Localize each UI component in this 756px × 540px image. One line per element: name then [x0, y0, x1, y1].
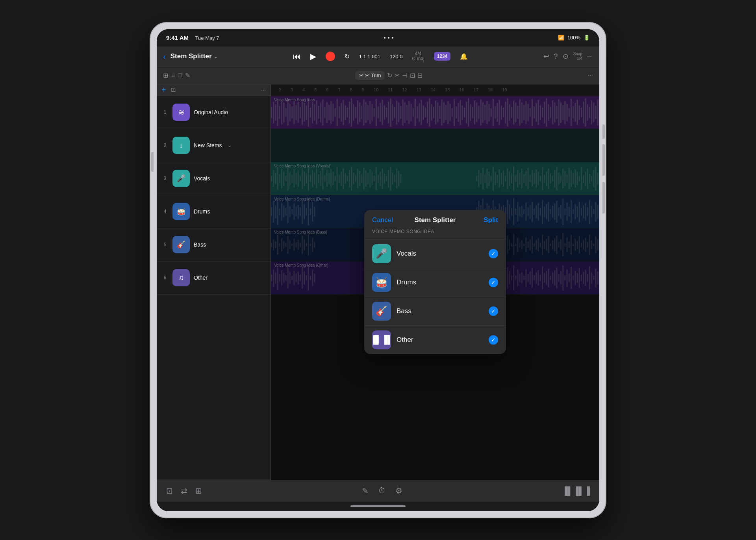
- mixer-button[interactable]: ⚙: [395, 486, 402, 495]
- edit-icon[interactable]: ✎: [185, 72, 190, 79]
- split-button[interactable]: Split: [484, 216, 498, 224]
- stem-label-bass: Bass: [397, 307, 483, 315]
- track-icon-other: ♫: [172, 269, 190, 286]
- transport-controls: ⏮ ▶ ↻ 1 1 1 001 120.0 4/4 C maj 1234 🔔: [222, 51, 539, 61]
- trim-label: ✂ Trim: [365, 72, 381, 78]
- track-number-5: 5: [161, 242, 169, 247]
- track-number-6: 6: [161, 275, 169, 280]
- cut-tool-icon[interactable]: ✂: [395, 72, 400, 79]
- track-row-drums: 4 🥁 Drums: [157, 195, 271, 228]
- nav-title: Stem Splitter ⌄: [170, 52, 218, 60]
- toolbar-center: ✂ ✂ Trim ↻ ✂ ⊣ ⊡ ⊟: [193, 71, 585, 80]
- main-content: + ⊡ ··· 1 ≋ Original Audio 2 ↓: [157, 84, 599, 480]
- track-number-3: 3: [161, 176, 169, 181]
- dot3: [392, 37, 393, 39]
- cancel-button[interactable]: Cancel: [372, 216, 393, 224]
- status-time: 9:41 AM Tue May 7: [166, 34, 219, 41]
- undo-button[interactable]: ↩: [543, 52, 549, 61]
- track-name-drums: Drums: [194, 208, 210, 215]
- loop-browser-button[interactable]: ⇄: [181, 486, 187, 495]
- track-header: + ⊡ ···: [157, 84, 271, 96]
- track-name-vocals: Vocals: [194, 175, 210, 182]
- loop-tool-icon[interactable]: ↻: [387, 72, 392, 79]
- side-button-right-mid: [602, 144, 605, 176]
- modal-overlay: Cancel Stem Splitter Split VOICE MEMO SO…: [271, 84, 599, 480]
- status-center-dots: [384, 37, 393, 39]
- metronome-button[interactable]: 🔔: [460, 53, 468, 60]
- settings-button[interactable]: ⊙: [563, 52, 569, 61]
- bottom-bar: ⊡ ⇄ ⊞ ✎ ⏱ ⚙ ▐▌▐▌▐: [157, 480, 599, 502]
- clock-button[interactable]: ⏱: [378, 486, 386, 495]
- split-tool-icon[interactable]: ⊣: [402, 72, 408, 79]
- modal-header: Cancel Stem Splitter Split: [364, 210, 506, 227]
- stem-item-drums[interactable]: 🥁 Drums ✓: [364, 268, 506, 297]
- track-icon-original: ≋: [172, 104, 190, 121]
- track-copy-icon[interactable]: ⊡: [171, 86, 176, 93]
- top-nav: ‹ Stem Splitter ⌄ ⏮ ▶ ↻ 1 1 1 001 120.0 …: [157, 46, 599, 67]
- track-header-more-button[interactable]: ···: [261, 87, 266, 93]
- stem-label-other: Other: [397, 336, 483, 344]
- paste-tool-icon[interactable]: ⊟: [417, 72, 422, 79]
- track-view-icon[interactable]: □: [178, 72, 182, 79]
- vocals-checkbox[interactable]: ✓: [489, 249, 498, 258]
- side-button-right-top: [602, 124, 605, 139]
- bottom-right-controls: ▐▌▐▌▐: [562, 486, 590, 495]
- other-checkbox[interactable]: ✓: [489, 335, 498, 345]
- track-row-new-stems: 2 ↓ New Stems ⌄: [157, 129, 271, 162]
- back-button[interactable]: ‹: [163, 52, 166, 61]
- microphone-icon: 🎤: [376, 248, 387, 259]
- list-view-icon[interactable]: ≡: [171, 72, 175, 79]
- play-button[interactable]: ▶: [310, 52, 316, 61]
- waveform-icon: ≋: [178, 108, 185, 117]
- more-options-button[interactable]: ···: [587, 52, 593, 61]
- scissors-icon: ✂: [359, 72, 363, 78]
- title-chevron-icon: ⌄: [213, 54, 218, 59]
- stem-item-other[interactable]: ▐▌▐▌ Other ✓: [364, 325, 506, 354]
- track-expand-button[interactable]: ⌄: [228, 143, 232, 148]
- copy-tool-icon[interactable]: ⊡: [410, 72, 415, 79]
- toolbar-more-icon[interactable]: ···: [588, 72, 593, 79]
- record-button[interactable]: [326, 52, 335, 61]
- help-button[interactable]: ?: [554, 52, 558, 61]
- stem-icon-other: ▐▌▐▌: [372, 330, 391, 349]
- track-row: 1 ≋ Original Audio: [157, 96, 271, 129]
- grid-view-icon[interactable]: ⊞: [163, 72, 168, 79]
- level-meter-icon[interactable]: ▐▌▐▌▐: [562, 486, 590, 495]
- guitar-icon: 🎸: [177, 240, 185, 249]
- modal-subtitle: VOICE MEMO SONG IDEA: [364, 227, 506, 239]
- track-name-other: Other: [194, 275, 208, 281]
- side-button-right-bot: [602, 182, 605, 213]
- loop-button[interactable]: ↻: [345, 53, 350, 60]
- status-right: 📶 100% 🔋: [558, 35, 590, 41]
- count-in-button[interactable]: 1234: [434, 52, 451, 61]
- rewind-button[interactable]: ⏮: [293, 52, 301, 61]
- guitar-icon: 🎸: [376, 306, 387, 317]
- dot1: [384, 37, 385, 39]
- bass-checkbox[interactable]: ✓: [489, 306, 498, 316]
- dot2: [388, 37, 389, 39]
- track-icon-bass: 🎸: [172, 236, 190, 253]
- bottom-center-controls: ✎ ⏱ ⚙: [362, 486, 402, 495]
- plugin-button[interactable]: ⊞: [195, 486, 202, 495]
- stem-item-vocals[interactable]: 🎤 Vocals ✓: [364, 239, 506, 268]
- toolbar-left: ⊞ ≡ □ ✎: [163, 72, 190, 79]
- drums-icon: 🥁: [177, 207, 185, 216]
- track-row-other: 6 ♫ Other: [157, 262, 271, 295]
- home-indicator: [157, 502, 599, 511]
- stem-item-bass[interactable]: 🎸 Bass ✓: [364, 297, 506, 325]
- back-chevron-icon: ‹: [163, 52, 166, 61]
- track-number: 1: [161, 109, 169, 115]
- library-button[interactable]: ⊡: [166, 486, 173, 495]
- track-row-bass: 5 🎸 Bass: [157, 228, 271, 262]
- trim-tool-button[interactable]: ✂ ✂ Trim: [355, 71, 385, 80]
- snap-label: Snap1/4: [573, 52, 582, 61]
- pencil-button[interactable]: ✎: [362, 486, 369, 495]
- add-track-button[interactable]: +: [161, 85, 166, 95]
- status-bar: 9:41 AM Tue May 7 📶 100% 🔋: [157, 29, 599, 46]
- drums-checkbox[interactable]: ✓: [489, 278, 498, 287]
- drums-icon: 🥁: [376, 277, 387, 288]
- device-frame: 9:41 AM Tue May 7 📶 100% 🔋 ‹ Stem Splitt: [150, 22, 606, 518]
- stem-icon-drums: 🥁: [372, 273, 391, 292]
- home-bar: [350, 505, 406, 507]
- stem-splitter-dialog: Cancel Stem Splitter Split VOICE MEMO SO…: [364, 210, 506, 354]
